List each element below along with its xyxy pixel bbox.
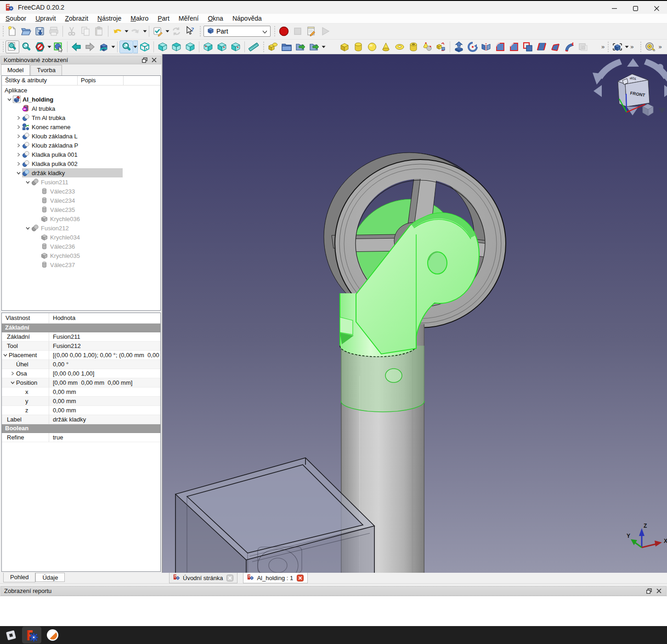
- undo-dropdown-arrow[interactable]: [124, 25, 129, 38]
- toolbar-overflow-icon[interactable]: »: [657, 43, 662, 50]
- part-export-as-button[interactable]: [307, 40, 321, 53]
- property-expander-open[interactable]: [2, 353, 9, 357]
- property-value[interactable]: [0,00 0,00 1,00]: [49, 369, 160, 378]
- macro-record-button[interactable]: [277, 25, 291, 38]
- extrude-button[interactable]: [452, 40, 466, 53]
- tree-expander-open[interactable]: [15, 169, 22, 177]
- menu-upravit[interactable]: Upravit: [31, 14, 60, 23]
- tree-expander-closed[interactable]: [15, 142, 22, 149]
- tree-item-valec234[interactable]: Válec234: [2, 196, 160, 205]
- property-value[interactable]: držák kladky: [49, 415, 160, 424]
- menu-nastroje[interactable]: Nástroje: [93, 14, 126, 23]
- compound-tools-dropdown-arrow[interactable]: [624, 40, 629, 53]
- tree-expander-closed[interactable]: [15, 160, 22, 167]
- primitive-tube-button[interactable]: [407, 40, 420, 53]
- viewport-3d[interactable]: FRONT TOP: [162, 54, 667, 573]
- tree-item-krychle034[interactable]: Krychle034: [2, 233, 160, 242]
- close-button[interactable]: [646, 2, 667, 15]
- macro-stop-button[interactable]: [291, 25, 305, 38]
- mdi-tab-uvodni-stranka[interactable]: Úvodní stránka: [169, 573, 237, 583]
- tree-expander-closed[interactable]: [15, 114, 22, 121]
- menu-okna[interactable]: Okna: [203, 14, 227, 23]
- chamfer-button[interactable]: [507, 40, 521, 53]
- tree-item-fusion212[interactable]: Fusion212: [2, 223, 160, 233]
- property-row-tool[interactable]: ToolFusion212: [2, 342, 160, 351]
- view-top-button[interactable]: [170, 40, 183, 53]
- dock-bottom-tab-udaje[interactable]: Údaje: [35, 573, 65, 582]
- property-value[interactable]: Fusion212: [49, 342, 160, 351]
- compound-tools-button[interactable]: [610, 40, 624, 53]
- property-value[interactable]: true: [49, 433, 160, 442]
- primitive-box-button[interactable]: [338, 40, 351, 53]
- tree-expander-open[interactable]: [24, 178, 31, 186]
- cut-button[interactable]: [65, 25, 79, 38]
- property-row-label[interactable]: Labeldržák kladky: [2, 415, 160, 424]
- macro-edit-button[interactable]: [305, 25, 318, 38]
- tree-item-kladka-pulka-001[interactable]: Kladka pulka 001: [2, 150, 160, 159]
- save-document-button[interactable]: [33, 25, 47, 38]
- nav-back-button[interactable]: [69, 40, 83, 53]
- toolbar-handle[interactable]: [198, 25, 202, 37]
- taskbar-app-square[interactable]: [1, 627, 21, 644]
- taskbar-freecad[interactable]: [22, 627, 41, 644]
- menu-mereni[interactable]: Měření: [174, 14, 203, 23]
- view-right-button[interactable]: [183, 40, 197, 53]
- draw-style-dropdown-arrow[interactable]: [47, 40, 51, 53]
- tree-column-description[interactable]: Popis: [78, 76, 124, 85]
- property-row-position[interactable]: Position[0,00 mm 0,00 mm 0,00 mm]: [2, 378, 160, 388]
- primitive-cone-button[interactable]: [379, 40, 393, 53]
- dock-bottom-tab-pohled[interactable]: Pohled: [3, 573, 35, 582]
- tree-column-labels[interactable]: Štítky & atributy: [2, 76, 78, 85]
- workbench-tools-button[interactable]: [151, 25, 165, 38]
- ruled-surface-button[interactable]: [535, 40, 548, 53]
- tree-expander-closed[interactable]: [15, 132, 22, 140]
- redo-button[interactable]: [129, 25, 142, 38]
- link-view-button[interactable]: [97, 40, 111, 53]
- redo-dropdown-arrow[interactable]: [142, 25, 147, 38]
- tree-item-valec235[interactable]: Válec235: [2, 205, 160, 214]
- sweep-button[interactable]: [562, 40, 576, 53]
- tree-item-al-trubka[interactable]: Al trubka: [2, 104, 160, 113]
- property-expander-closed[interactable]: [9, 371, 16, 376]
- property-value[interactable]: [0,00 mm 0,00 mm 0,00 mm]: [49, 378, 160, 388]
- tree-item-kladka-pulka-002[interactable]: Kladka pulka 002: [2, 159, 160, 168]
- boolean-cut-button[interactable]: [521, 40, 535, 53]
- toolbar-overflow-icon[interactable]: »: [600, 43, 605, 50]
- minimize-button[interactable]: [604, 2, 625, 15]
- property-value[interactable]: 0,00 mm: [49, 397, 160, 406]
- report-close-icon[interactable]: [656, 588, 661, 593]
- toolbar-handle[interactable]: [606, 41, 610, 53]
- tree-expander-open[interactable]: [6, 96, 13, 103]
- mdi-tab-close-icon[interactable]: [297, 575, 304, 581]
- tree-item-krychle035[interactable]: Krychle035: [2, 251, 160, 260]
- undo-button[interactable]: [110, 25, 124, 38]
- property-row-x[interactable]: x0,00 mm: [2, 388, 160, 397]
- property-column-value[interactable]: Hodnota: [49, 313, 160, 323]
- view-axonometric-button[interactable]: [138, 40, 152, 53]
- taskbar-app-circle[interactable]: [43, 627, 62, 644]
- tree-item-krychle036[interactable]: Krychle036: [2, 214, 160, 223]
- fillet-button[interactable]: [493, 40, 507, 53]
- view-front-button[interactable]: [156, 40, 170, 53]
- nav-forward-button[interactable]: [83, 40, 97, 53]
- property-group-boolean[interactable]: Boolean: [2, 424, 160, 433]
- mdi-tab-al-holding-1[interactable]: Al_holding : 1: [243, 573, 308, 583]
- shape-builder-button[interactable]: [420, 40, 434, 53]
- tree-item-fusion211[interactable]: Fusion211: [2, 177, 160, 187]
- property-row-osa[interactable]: Osa[0,00 0,00 1,00]: [2, 369, 160, 378]
- menu-soubor[interactable]: Soubor: [1, 14, 31, 23]
- refresh-button[interactable]: [170, 25, 183, 38]
- property-row-zakladni[interactable]: ZákladníFusion211: [2, 332, 160, 342]
- property-value[interactable]: 0,00 mm: [49, 406, 160, 415]
- toolbar-handle[interactable]: [1, 25, 5, 37]
- part-boolean-button[interactable]: [266, 40, 280, 53]
- workbench-selector[interactable]: Part: [203, 26, 271, 37]
- dock-tab-model[interactable]: Model: [1, 64, 30, 75]
- tree-item-valec233[interactable]: Válec233: [2, 187, 160, 196]
- toolbar-handle[interactable]: [639, 41, 642, 53]
- tree-item-valec237[interactable]: Válec237: [2, 260, 160, 269]
- property-column-name[interactable]: Vlastnost: [2, 313, 49, 323]
- tree-expander-closed[interactable]: [15, 123, 22, 131]
- tree-item-kloub-zakladna-p[interactable]: Kloub základna P: [2, 141, 160, 150]
- bounding-box-button[interactable]: [51, 40, 65, 53]
